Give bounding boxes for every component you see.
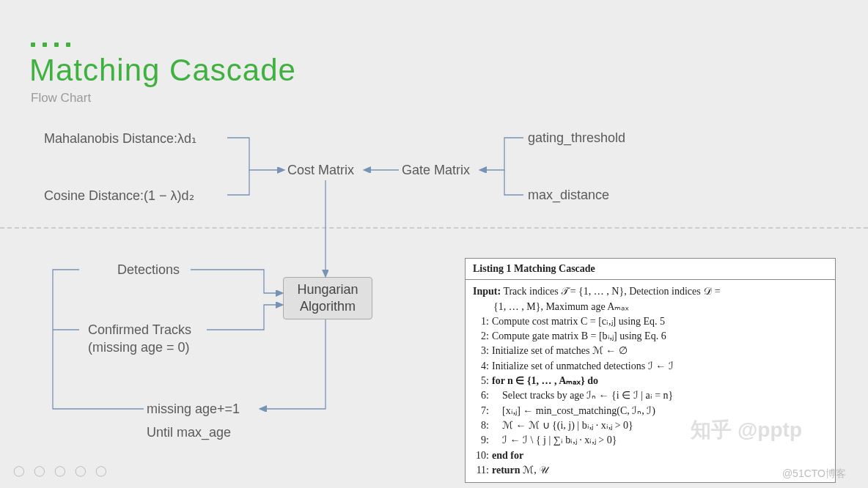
listing-input-1: Track indices 𝒯 = {1, … , N}, Detection … (503, 286, 720, 297)
node-missing-age-inc: missing age+=1 (147, 402, 240, 417)
watermark-zhihu: 知乎 @pptp (691, 416, 802, 444)
node-gating-threshold: gating_threshold (528, 130, 625, 146)
listing-line-5: for n ∈ {1, … , Aₘₐₓ} do (492, 375, 598, 386)
node-gate-matrix: Gate Matrix (402, 163, 470, 178)
node-confirmed-tracks-1: Confirmed Tracks (88, 322, 191, 338)
footer-icons: ◯ ◯ ◯ ◯ ◯ (13, 465, 110, 476)
node-max-distance: max_distance (528, 188, 609, 203)
node-cosine: Cosine Distance:(1 − λ)d₂ (44, 188, 194, 204)
page-subtitle: Flow Chart (31, 91, 91, 106)
node-cost-matrix: Cost Matrix (287, 163, 354, 178)
pseudocode-listing: Listing 1 Matching Cascade Input: Track … (465, 258, 836, 483)
listing-line-7: [xᵢ,ⱼ] ← min_cost_matching(C, ℐₙ, ℐ) (492, 405, 655, 416)
listing-line-9: ℐ ← ℐ \ { j | ∑ᵢ bᵢ,ⱼ · xᵢ,ⱼ > 0} (492, 435, 617, 446)
node-confirmed-tracks-2: (missing age = 0) (88, 340, 190, 355)
listing-line-4: Initialize set of unmatched detections ℐ… (492, 361, 674, 371)
page-title: Matching Cascade (29, 53, 296, 88)
listing-input-label: Input: (473, 286, 501, 297)
listing-line-1: Compute cost matrix C = [cᵢ,ⱼ] using Eq.… (492, 316, 665, 327)
node-hungarian-1: Hungarian (297, 281, 358, 298)
listing-line-6: Select tracks by age ℐₙ ← {i ∈ ℐ | aᵢ = … (492, 390, 673, 401)
node-mahalanobis: Mahalanobis Distance:λd₁ (44, 130, 196, 147)
listing-line-2: Compute gate matrix B = [bᵢ,ⱼ] using Eq.… (492, 330, 666, 341)
listing-line-11: ℳ, 𝒰 (523, 465, 548, 476)
divider-dashed (0, 227, 868, 229)
node-until-maxage: Until max_age (147, 425, 231, 440)
watermark-51cto: @51CTO博客 (782, 467, 846, 481)
listing-title: Listing 1 Matching Cascade (466, 259, 835, 280)
header-dots (31, 42, 70, 47)
node-hungarian-box: Hungarian Algorithm (283, 277, 372, 319)
listing-line-10: end for (492, 450, 523, 461)
node-hungarian-2: Algorithm (297, 298, 358, 315)
listing-input-2: {1, … , M}, Maximum age Aₘₐₓ (473, 300, 828, 314)
listing-line-3: Initialize set of matches ℳ ← ∅ (492, 345, 628, 356)
node-detections: Detections (117, 262, 180, 278)
listing-line-8: ℳ ← ℳ ∪ {(i, j) | bᵢ,ⱼ · xᵢ,ⱼ > 0} (492, 420, 633, 431)
